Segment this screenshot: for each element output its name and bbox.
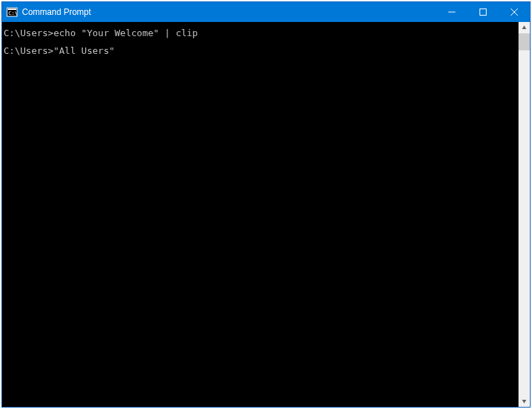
scroll-track[interactable]	[519, 33, 530, 396]
window-title: Command Prompt	[22, 7, 436, 17]
svg-marker-8	[522, 400, 526, 403]
terminal-line: C:\Users>"All Users"	[4, 43, 516, 60]
window-controls	[436, 2, 530, 22]
scroll-down-arrow[interactable]	[519, 396, 530, 407]
scroll-up-arrow[interactable]	[519, 22, 530, 33]
svg-text:C:\: C:\	[9, 11, 18, 16]
close-button[interactable]	[499, 2, 530, 22]
vertical-scrollbar[interactable]	[519, 22, 530, 407]
minimize-button[interactable]	[436, 2, 467, 22]
maximize-button[interactable]	[467, 2, 499, 22]
svg-marker-7	[522, 26, 526, 29]
terminal-line: C:\Users>echo "Your Welcome" | clip	[4, 25, 516, 43]
command-prompt-window: C:\ Command Prompt C:\Users>echo "Your W…	[1, 1, 531, 408]
content-area: C:\Users>echo "Your Welcome" | clipC:\Us…	[2, 22, 530, 407]
terminal-output[interactable]: C:\Users>echo "Your Welcome" | clipC:\Us…	[2, 22, 519, 407]
titlebar[interactable]: C:\ Command Prompt	[2, 2, 530, 22]
scroll-thumb[interactable]	[519, 33, 530, 50]
svg-rect-4	[480, 9, 487, 16]
svg-rect-1	[8, 9, 16, 10]
command-prompt-icon: C:\	[6, 6, 18, 18]
